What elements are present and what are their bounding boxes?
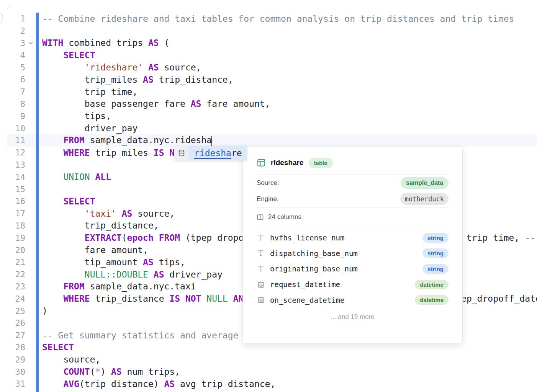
change-indicator-bar (36, 134, 39, 147)
code-text: 'rideshare' AS source, (39, 62, 201, 72)
code-text: trip_time, (39, 87, 138, 97)
code-line[interactable]: 31 AVG(trip_distance) AS avg_trip_distan… (7, 378, 537, 390)
code-line[interactable]: 9 tips, (7, 110, 537, 122)
line-number: 23 (7, 282, 25, 291)
code-text: -- Combine rideshare and taxi tables for… (39, 14, 514, 24)
edge-button-fragment[interactable] (0, 12, 3, 24)
code-text: NULL::DOUBLE AS driver_pay (39, 270, 223, 279)
code-text: AVG(trip_distance) AS avg_trip_distance, (39, 379, 275, 389)
table-icon (257, 158, 266, 167)
change-indicator-bar (36, 232, 39, 244)
line-number: 15 (7, 185, 25, 194)
change-indicator-bar (36, 159, 39, 171)
change-indicator-bar (36, 195, 39, 207)
line-number: 13 (7, 160, 25, 170)
line-number: 9 (7, 111, 25, 121)
columns-icon (257, 214, 264, 221)
fold-chevron-icon[interactable] (25, 41, 36, 45)
autocomplete-popup: rideshare (174, 146, 247, 160)
code-text: 'taxi' AS source, (39, 209, 175, 219)
code-text: SELECT (39, 50, 95, 60)
line-number: 22 (7, 270, 25, 279)
code-text: FROM sample_data.nyc.ridesha (39, 135, 212, 146)
code-line[interactable]: 30 COUNT(*) AS num_trips, (7, 366, 537, 378)
change-indicator-bar (36, 378, 39, 390)
columns-count-text: 24 columns (268, 213, 301, 221)
change-indicator-bar (36, 86, 39, 98)
code-text: base_passenger_fare AS fare_amount, (39, 99, 270, 109)
suggestion-rest-text: re (231, 148, 242, 158)
change-indicator-bar (36, 353, 39, 366)
code-text: source, (39, 354, 100, 364)
columns-list: Thvfhs_license_numstringTdispatching_bas… (257, 230, 449, 308)
line-number: 14 (7, 172, 25, 182)
change-indicator-bar (36, 244, 39, 256)
line-number: 11 (7, 136, 25, 145)
suggestion-item-rideshare[interactable]: rideshare (189, 146, 247, 160)
columns-count-row: 24 columns (257, 207, 449, 227)
line-number: 2 (7, 26, 25, 36)
line-number: 4 (7, 51, 25, 60)
column-type-badge: string (422, 248, 449, 258)
column-name: on_scene_datetime (270, 296, 415, 304)
text-cursor (211, 136, 212, 146)
column-type-badge: datetime (415, 295, 449, 305)
suggestion-matched-text: ridesha (194, 148, 231, 158)
change-indicator-bar (36, 98, 39, 110)
line-number: 12 (7, 148, 25, 157)
change-indicator-bar (36, 61, 39, 74)
line-number: 26 (7, 318, 25, 328)
column-type-badge: datetime (415, 280, 449, 289)
code-line[interactable]: 29 source, (7, 353, 537, 366)
column-row: Toriginating_base_numstring (257, 261, 449, 277)
code-text: driver_pay (39, 123, 138, 133)
code-line[interactable]: 11 FROM sample_data.nyc.ridesha (7, 134, 537, 147)
change-indicator-bar (36, 281, 39, 293)
line-number: 30 (7, 367, 25, 377)
database-icon (174, 146, 189, 160)
column-name: originating_base_num (270, 265, 422, 273)
string-type-icon: T (257, 250, 265, 257)
code-line[interactable]: 3WITH combined_trips AS ( (7, 37, 537, 49)
change-indicator-bar (36, 74, 39, 86)
column-row: on_scene_datetimedatetime (257, 292, 449, 308)
column-name: request_datetime (270, 280, 415, 289)
column-row: Thvfhs_license_numstring (257, 230, 449, 246)
table-info-card: rideshare table Source: sample_data Engi… (242, 146, 463, 344)
source-row: Source: sample_data (257, 175, 449, 191)
code-line[interactable]: 7 trip_time, (7, 86, 537, 98)
change-indicator-bar (36, 220, 39, 232)
column-row: Tdispatching_base_numstring (257, 246, 449, 261)
line-number: 10 (7, 124, 25, 133)
code-text: SELECT (39, 342, 74, 352)
code-line[interactable]: 6 trip_miles AS trip_distance, (7, 74, 537, 86)
change-indicator-bar (36, 390, 39, 392)
line-number: 29 (7, 355, 25, 364)
change-indicator-bar (36, 329, 39, 341)
code-text: COUNT(*) AS num_trips, (39, 367, 180, 377)
datetime-type-icon (257, 296, 265, 304)
line-number: 18 (7, 221, 25, 230)
line-number: 25 (7, 306, 25, 316)
change-indicator-bar (36, 305, 39, 317)
code-line[interactable]: 5 'rideshare' AS source, (7, 61, 537, 74)
code-line[interactable]: 2 (7, 25, 537, 37)
code-line[interactable]: 32 AVG(trip_time) AS avg_trip_time, (7, 390, 537, 392)
string-type-icon: T (257, 234, 265, 242)
code-text: UNION ALL (39, 172, 111, 182)
code-text: ) (39, 306, 47, 316)
code-text: WITH combined_trips AS ( (39, 38, 169, 48)
code-line[interactable]: 4 SELECT (7, 49, 537, 61)
engine-badge: motherduck (400, 193, 449, 205)
table-name: rideshare (271, 158, 304, 167)
code-line[interactable]: 8 base_passenger_fare AS fare_amount, (7, 98, 537, 110)
line-number: 5 (7, 63, 25, 72)
change-indicator-bar (36, 341, 39, 354)
change-indicator-bar (36, 49, 39, 61)
line-number: 20 (7, 245, 25, 255)
code-text: FROM sample_data.nyc.taxi (39, 281, 196, 291)
code-line[interactable]: 1-- Combine rideshare and taxi tables fo… (7, 13, 537, 25)
table-type-badge: table (309, 158, 333, 168)
source-badge: sample_data (401, 177, 449, 189)
code-line[interactable]: 10 driver_pay (7, 122, 537, 134)
